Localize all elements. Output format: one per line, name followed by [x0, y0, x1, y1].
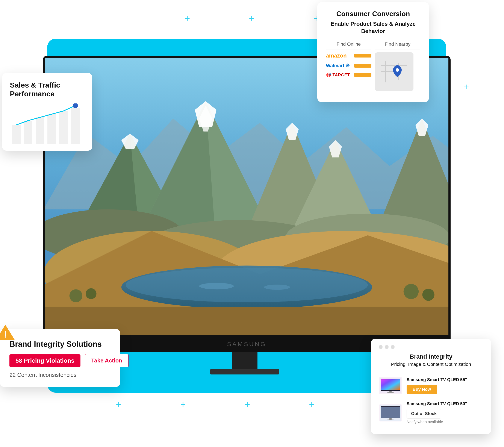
- walmart-bar: [354, 64, 371, 68]
- out-of-stock-button[interactable]: Out of Stock: [407, 409, 441, 418]
- svg-rect-54: [389, 418, 392, 420]
- deco-plus-1: +: [184, 13, 190, 24]
- tv-base: [210, 369, 279, 375]
- svg-rect-42: [71, 108, 80, 144]
- find-nearby-column: Find Nearby: [375, 41, 420, 91]
- deco-plus-9: +: [309, 399, 315, 410]
- svg-point-24: [264, 285, 290, 290]
- optimization-title: Brand Integrity: [379, 353, 483, 360]
- svg-point-23: [199, 283, 234, 289]
- svg-rect-37: [12, 125, 21, 144]
- deco-plus-2: +: [249, 13, 254, 24]
- product-item-2: Samsung Smart TV QLED 50" Out of Stock N…: [379, 398, 483, 428]
- content-inconsistencies-text: 22 Content Inconsistencies: [9, 372, 111, 378]
- warning-icon-container: !: [0, 324, 15, 342]
- deco-plus-8: +: [245, 399, 250, 410]
- product-tv-image-2: [380, 405, 401, 421]
- deco-plus-5: +: [464, 82, 469, 92]
- svg-point-29: [422, 289, 434, 301]
- chart-area: [10, 104, 85, 146]
- map-box: [375, 52, 414, 91]
- browser-dots: [379, 345, 483, 349]
- target-logo: 🎯 TARGET.: [326, 72, 354, 77]
- svg-text:!: !: [4, 329, 7, 340]
- brand-integrity-solutions-card: ! Brand Integrity Solutions 58 Pricing V…: [0, 329, 120, 387]
- product-info-1: Samsung Smart TV QLED 55" Buy Now: [407, 377, 483, 394]
- target-bar: [354, 73, 371, 77]
- svg-point-27: [86, 288, 96, 299]
- buy-now-button[interactable]: Buy Now: [407, 385, 437, 394]
- product-info-2: Samsung Smart TV QLED 50" Out of Stock N…: [407, 401, 483, 424]
- svg-rect-55: [387, 420, 394, 420]
- violations-row: 58 Pricing Violations Take Action: [9, 354, 111, 367]
- svg-point-43: [73, 104, 78, 108]
- sales-traffic-card: Sales & Traffic Performance: [2, 73, 92, 151]
- optimization-subtitle: Pricing, Image & Content Optimization: [379, 361, 483, 368]
- retailer-row-amazon: amazon: [326, 52, 371, 59]
- svg-rect-39: [36, 117, 44, 144]
- svg-point-22: [126, 268, 368, 302]
- svg-point-36: [396, 68, 399, 72]
- svg-point-26: [70, 289, 82, 302]
- svg-rect-48: [381, 379, 400, 390]
- browser-dot-3: [391, 345, 395, 349]
- amazon-bar: [354, 54, 371, 57]
- violations-badge: 58 Pricing Violations: [9, 354, 80, 367]
- product-image-1: [379, 377, 402, 394]
- retailer-row-target: 🎯 TARGET.: [326, 72, 371, 77]
- svg-rect-53: [381, 407, 400, 418]
- product-tv-image-1: [380, 378, 401, 393]
- col-find-nearby-header: Find Nearby: [375, 41, 420, 50]
- chart-svg: [10, 104, 85, 146]
- browser-dot-2: [385, 345, 389, 349]
- svg-point-28: [404, 284, 419, 299]
- deco-plus-7: +: [180, 399, 186, 410]
- browser-dot-1: [379, 345, 382, 349]
- col-find-online-header: Find Online: [326, 41, 371, 50]
- brand-integrity-title: Brand Integrity Solutions: [9, 340, 111, 349]
- notify-text: Notify when available: [407, 420, 483, 424]
- warning-triangle-icon: !: [0, 324, 15, 341]
- product-item-1: Samsung Smart TV QLED 55" Buy Now: [379, 374, 483, 398]
- sales-traffic-title: Sales & Traffic Performance: [10, 81, 85, 98]
- svg-rect-49: [389, 391, 392, 393]
- svg-rect-50: [387, 392, 394, 393]
- samsung-logo: SAMSUNG: [227, 341, 267, 348]
- deco-plus-6: +: [116, 399, 122, 410]
- find-online-column: Find Online amazon Walmart ✳ 🎯 TARGET.: [326, 41, 371, 91]
- walmart-logo: Walmart ✳: [326, 63, 354, 69]
- brand-optimization-card: Brand Integrity Pricing, Image & Content…: [371, 339, 491, 434]
- svg-rect-41: [59, 111, 68, 144]
- product-name-1: Samsung Smart TV QLED 55": [407, 377, 483, 382]
- consumer-conversion-title: Consumer Conversion: [326, 10, 420, 18]
- svg-rect-38: [24, 121, 32, 144]
- consumer-conversion-card: Consumer Conversion Enable Product Sales…: [317, 2, 429, 102]
- tv-stand: [232, 352, 257, 369]
- svg-rect-40: [47, 114, 56, 144]
- product-image-2: [379, 404, 402, 421]
- retailer-columns: Find Online amazon Walmart ✳ 🎯 TARGET. F…: [326, 41, 420, 91]
- retailer-row-walmart: Walmart ✳: [326, 63, 371, 69]
- take-action-button[interactable]: Take Action: [85, 354, 128, 367]
- product-name-2: Samsung Smart TV QLED 50": [407, 401, 483, 406]
- consumer-conversion-subtitle: Enable Product Sales & Analyze Behavior: [326, 20, 420, 35]
- map-svg: [375, 52, 414, 91]
- svg-marker-44: [0, 325, 15, 340]
- amazon-logo: amazon: [326, 52, 354, 59]
